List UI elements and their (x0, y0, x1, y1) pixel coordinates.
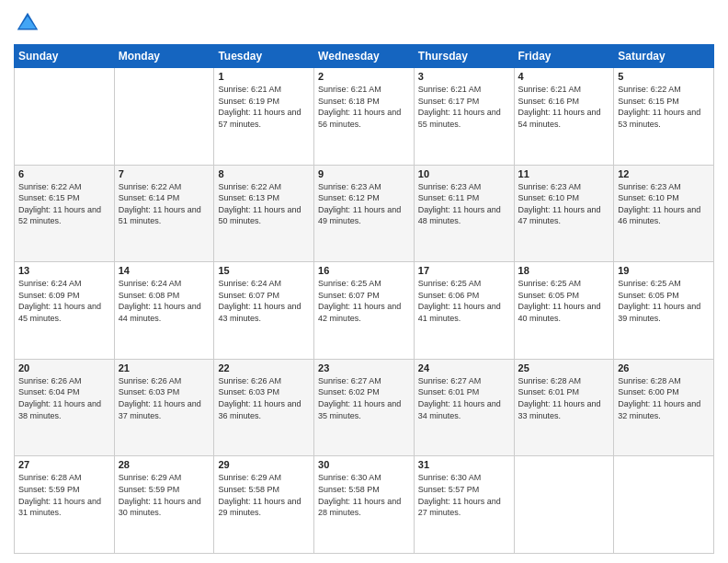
day-number: 6 (18, 168, 110, 179)
day-number: 16 (318, 265, 410, 276)
day-number: 21 (119, 362, 210, 373)
day-number: 29 (218, 459, 310, 470)
day-info: Sunrise: 6:22 AM Sunset: 6:13 PM Dayligh… (218, 181, 310, 227)
day-info: Sunrise: 6:28 AM Sunset: 6:00 PM Dayligh… (618, 375, 710, 421)
weekday-header-monday: Monday (114, 45, 214, 68)
calendar-cell: 24Sunrise: 6:27 AM Sunset: 6:01 PM Dayli… (414, 359, 514, 456)
day-info: Sunrise: 6:30 AM Sunset: 5:58 PM Dayligh… (318, 472, 410, 518)
calendar-cell: 16Sunrise: 6:25 AM Sunset: 6:07 PM Dayli… (314, 262, 415, 360)
day-number: 10 (418, 168, 510, 179)
calendar-cell: 23Sunrise: 6:27 AM Sunset: 6:02 PM Dayli… (314, 359, 415, 456)
day-info: Sunrise: 6:22 AM Sunset: 6:14 PM Dayligh… (119, 181, 210, 227)
day-info: Sunrise: 6:23 AM Sunset: 6:12 PM Dayligh… (318, 181, 410, 227)
calendar-cell (15, 68, 115, 166)
day-number: 4 (518, 71, 610, 82)
day-info: Sunrise: 6:24 AM Sunset: 6:08 PM Dayligh… (119, 278, 210, 324)
day-number: 20 (18, 362, 110, 373)
calendar-cell: 19Sunrise: 6:25 AM Sunset: 6:05 PM Dayli… (614, 262, 714, 360)
calendar-cell: 25Sunrise: 6:28 AM Sunset: 6:01 PM Dayli… (514, 359, 614, 456)
calendar-cell: 4Sunrise: 6:21 AM Sunset: 6:16 PM Daylig… (514, 68, 614, 166)
weekday-header-friday: Friday (514, 45, 614, 68)
day-info: Sunrise: 6:23 AM Sunset: 6:11 PM Dayligh… (418, 181, 510, 227)
calendar-cell: 15Sunrise: 6:24 AM Sunset: 6:07 PM Dayli… (214, 262, 314, 360)
day-number: 11 (518, 168, 610, 179)
day-number: 12 (618, 168, 710, 179)
calendar-cell: 17Sunrise: 6:25 AM Sunset: 6:06 PM Dayli… (414, 262, 514, 360)
calendar-cell (114, 68, 214, 166)
calendar-cell: 3Sunrise: 6:21 AM Sunset: 6:17 PM Daylig… (414, 68, 514, 166)
calendar-cell: 10Sunrise: 6:23 AM Sunset: 6:11 PM Dayli… (414, 165, 514, 262)
calendar-cell: 1Sunrise: 6:21 AM Sunset: 6:19 PM Daylig… (214, 68, 314, 166)
day-number: 17 (418, 265, 510, 276)
day-info: Sunrise: 6:27 AM Sunset: 6:01 PM Dayligh… (418, 375, 510, 421)
calendar-cell: 30Sunrise: 6:30 AM Sunset: 5:58 PM Dayli… (314, 456, 415, 554)
day-info: Sunrise: 6:21 AM Sunset: 6:16 PM Dayligh… (518, 84, 610, 130)
day-number: 31 (418, 459, 510, 470)
day-info: Sunrise: 6:26 AM Sunset: 6:03 PM Dayligh… (218, 375, 310, 421)
day-number: 18 (518, 265, 610, 276)
day-number: 19 (618, 265, 710, 276)
calendar-cell: 13Sunrise: 6:24 AM Sunset: 6:09 PM Dayli… (15, 262, 115, 360)
day-number: 3 (418, 71, 510, 82)
day-info: Sunrise: 6:28 AM Sunset: 5:59 PM Dayligh… (18, 472, 110, 518)
day-number: 26 (618, 362, 710, 373)
calendar-cell: 9Sunrise: 6:23 AM Sunset: 6:12 PM Daylig… (314, 165, 415, 262)
calendar-cell: 18Sunrise: 6:25 AM Sunset: 6:05 PM Dayli… (514, 262, 614, 360)
weekday-header-sunday: Sunday (15, 45, 115, 68)
week-row-4: 20Sunrise: 6:26 AM Sunset: 6:04 PM Dayli… (15, 359, 714, 456)
day-info: Sunrise: 6:24 AM Sunset: 6:09 PM Dayligh… (18, 278, 110, 324)
day-number: 28 (119, 459, 210, 470)
calendar-cell: 8Sunrise: 6:22 AM Sunset: 6:13 PM Daylig… (214, 165, 314, 262)
calendar-table: SundayMondayTuesdayWednesdayThursdayFrid… (14, 44, 714, 554)
day-info: Sunrise: 6:25 AM Sunset: 6:05 PM Dayligh… (618, 278, 710, 324)
calendar-cell: 31Sunrise: 6:30 AM Sunset: 5:57 PM Dayli… (414, 456, 514, 554)
header (14, 9, 714, 37)
day-number: 7 (119, 168, 210, 179)
day-number: 9 (318, 168, 410, 179)
day-number: 27 (18, 459, 110, 470)
day-info: Sunrise: 6:27 AM Sunset: 6:02 PM Dayligh… (318, 375, 410, 421)
day-info: Sunrise: 6:21 AM Sunset: 6:17 PM Dayligh… (418, 84, 510, 130)
weekday-header-saturday: Saturday (614, 45, 714, 68)
calendar-cell (614, 456, 714, 554)
calendar-cell: 6Sunrise: 6:22 AM Sunset: 6:15 PM Daylig… (15, 165, 115, 262)
week-row-2: 6Sunrise: 6:22 AM Sunset: 6:15 PM Daylig… (15, 165, 714, 262)
calendar-cell: 5Sunrise: 6:22 AM Sunset: 6:15 PM Daylig… (614, 68, 714, 166)
day-info: Sunrise: 6:25 AM Sunset: 6:06 PM Dayligh… (418, 278, 510, 324)
weekday-header-thursday: Thursday (414, 45, 514, 68)
calendar-cell: 11Sunrise: 6:23 AM Sunset: 6:10 PM Dayli… (514, 165, 614, 262)
day-number: 8 (218, 168, 310, 179)
weekday-header-row: SundayMondayTuesdayWednesdayThursdayFrid… (15, 45, 714, 68)
day-info: Sunrise: 6:25 AM Sunset: 6:05 PM Dayligh… (518, 278, 610, 324)
day-info: Sunrise: 6:22 AM Sunset: 6:15 PM Dayligh… (18, 181, 110, 227)
day-info: Sunrise: 6:26 AM Sunset: 6:04 PM Dayligh… (18, 375, 110, 421)
calendar-cell: 7Sunrise: 6:22 AM Sunset: 6:14 PM Daylig… (114, 165, 214, 262)
day-info: Sunrise: 6:29 AM Sunset: 5:59 PM Dayligh… (119, 472, 210, 518)
calendar-page: SundayMondayTuesdayWednesdayThursdayFrid… (0, 0, 728, 563)
day-number: 15 (218, 265, 310, 276)
calendar-cell: 27Sunrise: 6:28 AM Sunset: 5:59 PM Dayli… (15, 456, 115, 554)
calendar-cell: 12Sunrise: 6:23 AM Sunset: 6:10 PM Dayli… (614, 165, 714, 262)
week-row-5: 27Sunrise: 6:28 AM Sunset: 5:59 PM Dayli… (15, 456, 714, 554)
calendar-cell: 14Sunrise: 6:24 AM Sunset: 6:08 PM Dayli… (114, 262, 214, 360)
calendar-cell: 28Sunrise: 6:29 AM Sunset: 5:59 PM Dayli… (114, 456, 214, 554)
day-info: Sunrise: 6:25 AM Sunset: 6:07 PM Dayligh… (318, 278, 410, 324)
day-number: 14 (119, 265, 210, 276)
day-info: Sunrise: 6:24 AM Sunset: 6:07 PM Dayligh… (218, 278, 310, 324)
logo-icon (14, 9, 41, 37)
day-number: 23 (318, 362, 410, 373)
calendar-cell: 26Sunrise: 6:28 AM Sunset: 6:00 PM Dayli… (614, 359, 714, 456)
day-info: Sunrise: 6:26 AM Sunset: 6:03 PM Dayligh… (119, 375, 210, 421)
day-number: 2 (318, 71, 410, 82)
day-info: Sunrise: 6:21 AM Sunset: 6:18 PM Dayligh… (318, 84, 410, 130)
week-row-1: 1Sunrise: 6:21 AM Sunset: 6:19 PM Daylig… (15, 68, 714, 166)
day-number: 5 (618, 71, 710, 82)
day-number: 30 (318, 459, 410, 470)
day-info: Sunrise: 6:23 AM Sunset: 6:10 PM Dayligh… (618, 181, 710, 227)
day-number: 1 (218, 71, 310, 82)
weekday-header-wednesday: Wednesday (314, 45, 415, 68)
day-info: Sunrise: 6:22 AM Sunset: 6:15 PM Dayligh… (618, 84, 710, 130)
calendar-cell: 22Sunrise: 6:26 AM Sunset: 6:03 PM Dayli… (214, 359, 314, 456)
day-info: Sunrise: 6:23 AM Sunset: 6:10 PM Dayligh… (518, 181, 610, 227)
week-row-3: 13Sunrise: 6:24 AM Sunset: 6:09 PM Dayli… (15, 262, 714, 360)
